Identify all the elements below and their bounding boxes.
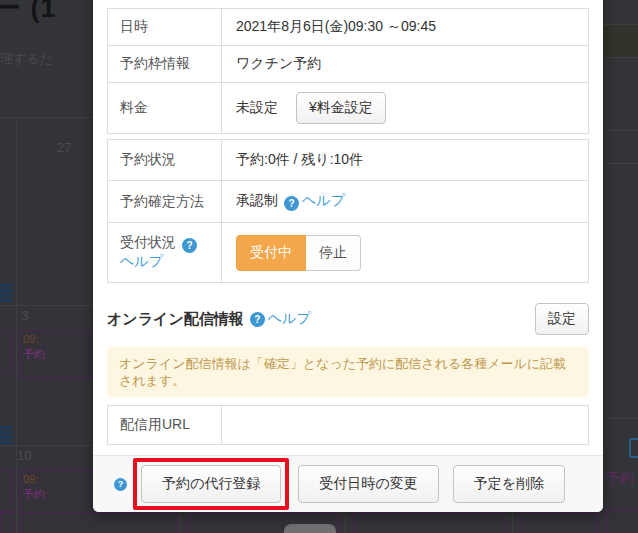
acceptance-label-cell: 受付状況?ヘルプ	[108, 223, 222, 283]
calendar-highlight-row	[604, 24, 638, 58]
reservation-info-table: 日時 2021年8月6日(金)09:30 ～09:45 予約枠情報 ワクチン予約…	[107, 8, 589, 134]
question-icon[interactable]: ?	[114, 478, 127, 491]
calendar-event-fragment	[20, 512, 178, 533]
calendar-event-fragment	[0, 470, 13, 512]
fee-cell: 未設定 ¥料金設定	[222, 83, 589, 134]
fee-setting-button[interactable]: ¥料金設定	[296, 92, 386, 124]
section-title: オンライン配信情報	[107, 310, 244, 329]
question-icon[interactable]: ?	[284, 196, 299, 211]
question-icon[interactable]: ?	[182, 238, 197, 253]
accepting-toggle-stop-button[interactable]: 停止	[306, 235, 361, 271]
row-label: 受付状況	[120, 234, 176, 250]
row-label: 配信用URL	[108, 406, 222, 445]
calendar-event-fragment	[520, 512, 598, 533]
delivery-url-table: 配信用URL	[107, 405, 589, 445]
calendar-event: 09: 予約	[19, 470, 93, 513]
change-datetime-button[interactable]: 受付日時の変更	[298, 465, 438, 503]
table-row-delivery-url: 配信用URL	[108, 406, 589, 445]
event-time: 09:	[20, 471, 93, 486]
acceptance-toggle-cell: 受付中 停止	[222, 223, 589, 283]
calendar-grid-vline	[345, 512, 346, 533]
calendar-event: 09: 予約	[19, 330, 93, 378]
fee-value: 未設定	[236, 99, 278, 115]
table-row-confirm-method: 予約確定方法 承認制?ヘルプ	[108, 181, 589, 223]
online-delivery-notice: オンライン配信情報は「確定」となった予約に配信される各種メールに記載されます。	[107, 347, 589, 397]
acceptance-help-link[interactable]: ヘルプ	[120, 253, 163, 269]
background-popup-fragment	[284, 524, 336, 533]
calendar-grid-vline	[512, 512, 513, 533]
delete-schedule-button[interactable]: 予定を削除	[453, 465, 565, 503]
event-list-icon	[0, 426, 12, 446]
calendar-event-fragment	[353, 512, 505, 533]
event-title: 予約	[20, 346, 93, 361]
slot-info-value: ワクチン予約	[222, 46, 589, 83]
row-label: 予約枠情報	[108, 46, 222, 83]
proxy-register-button[interactable]: 予約の代行登録	[141, 465, 281, 503]
calendar-grid-hline	[0, 445, 93, 446]
calendar-grid-vline	[180, 512, 181, 533]
calendar-date: 3	[21, 308, 28, 323]
calendar-event-title: 予約	[606, 470, 634, 488]
table-row-status: 予約状況 予約:0件 / 残り:10件	[108, 140, 589, 181]
table-row-acceptance: 受付状況?ヘルプ 受付中 停止	[108, 223, 589, 283]
reservation-detail-modal: 日時 2021年8月6日(金)09:30 ～09:45 予約枠情報 ワクチン予約…	[93, 0, 603, 512]
event-title: 予約	[20, 486, 93, 501]
delivery-url-value	[222, 406, 589, 445]
online-help-link[interactable]: ヘルプ	[268, 310, 311, 328]
table-row-slot-info: 予約枠情報 ワクチン予約	[108, 46, 589, 83]
confirm-method-value: 承認制	[236, 192, 278, 208]
modal-footer: ? 予約の代行登録 受付日時の変更 予定を削除	[93, 455, 603, 512]
event-list-icon	[0, 284, 12, 304]
calendar-grid-hline	[604, 418, 638, 419]
row-label: 予約確定方法	[108, 181, 222, 223]
calendar-event-fragment	[0, 330, 13, 374]
online-settings-button[interactable]: 設定	[535, 303, 589, 335]
calendar-event-fragment	[606, 509, 638, 533]
online-delivery-section-header: オンライン配信情報?ヘルプ 設定	[107, 303, 589, 335]
background-page-title: ー (1	[0, 0, 57, 26]
calendar-grid-vline	[16, 117, 17, 533]
calendar-grid-hline	[604, 130, 638, 131]
row-label: 予約状況	[108, 140, 222, 181]
datetime-value: 2021年8月6日(金)09:30 ～09:45	[222, 9, 589, 46]
row-label: 日時	[108, 9, 222, 46]
row-label: 料金	[108, 83, 222, 134]
table-row-fee: 料金 未設定 ¥料金設定	[108, 83, 589, 134]
calendar-date: 27	[57, 140, 71, 155]
annotation-highlight-box: 予約の代行登録	[133, 458, 289, 510]
calendar-event-fragment	[0, 512, 14, 533]
confirm-method-cell: 承認制?ヘルプ	[222, 181, 589, 223]
event-time: 09:	[20, 331, 93, 346]
background-page-text: 理するた	[0, 50, 53, 68]
question-icon[interactable]: ?	[250, 312, 265, 327]
calendar-date: 10	[17, 448, 31, 463]
calendar-grid-hline	[604, 163, 638, 164]
calendar-grid-hline	[0, 305, 93, 306]
acceptance-toggle: 受付中 停止	[236, 235, 361, 271]
calendar-grid-hline	[0, 117, 93, 118]
confirm-method-help-link[interactable]: ヘルプ	[302, 192, 345, 208]
screen: ー (1 理するた 27 3 10 09: 予約 09: 予約 予約 日時	[0, 0, 638, 533]
reservation-count-value: 予約:0件 / 残り:10件	[222, 140, 589, 181]
accepting-toggle-on-button[interactable]: 受付中	[236, 235, 306, 271]
calendar-selected-event-fragment	[629, 438, 638, 458]
table-row-datetime: 日時 2021年8月6日(金)09:30 ～09:45	[108, 9, 589, 46]
reservation-status-table: 予約状況 予約:0件 / 残り:10件 予約確定方法 承認制?ヘルプ 受付状況?…	[107, 139, 589, 283]
